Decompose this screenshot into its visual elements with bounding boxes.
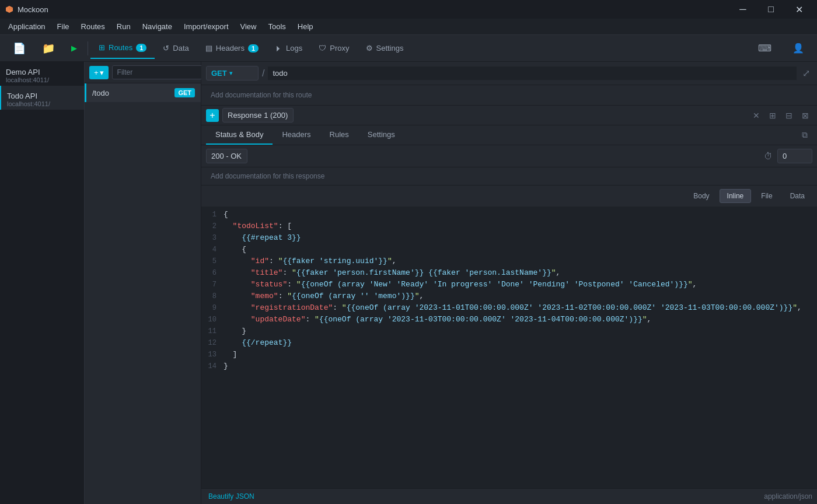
code-line-6: 6 "title": "{{faker 'person.firstName'}}… xyxy=(201,267,817,279)
title-bar: Mockoon ─ □ ✕ xyxy=(0,0,817,19)
menu-tools[interactable]: Tools xyxy=(262,20,291,33)
code-line-8: 8 "memo": "{{oneOf (array '' 'memo')}}", xyxy=(201,290,817,302)
response-action-random[interactable]: ⊠ xyxy=(798,109,812,122)
app-icon xyxy=(5,5,14,14)
beautify-button[interactable]: Beautify JSON xyxy=(206,491,257,502)
logs-icon: ⏵ xyxy=(275,44,282,52)
folder-icon: 📁 xyxy=(42,42,55,55)
headers-tab-button[interactable]: ▤ Headers 1 xyxy=(197,38,267,59)
add-route-button[interactable]: + ▾ xyxy=(89,66,109,79)
route-path: /todo xyxy=(92,89,174,97)
new-env-icon: 📄 xyxy=(13,42,26,55)
tab-rules[interactable]: Rules xyxy=(320,125,358,145)
response-action-flag[interactable]: ⊟ xyxy=(782,109,796,122)
sidebar-api-demo-url: localhost:4011/ xyxy=(6,76,78,83)
add-response-button[interactable]: + xyxy=(206,109,219,122)
play-icon: ▶ xyxy=(71,44,77,52)
response-action-x[interactable]: ✕ xyxy=(749,109,763,122)
menu-run[interactable]: Run xyxy=(111,20,137,33)
data-tab-button[interactable]: ↺ Data xyxy=(155,38,197,59)
body-type-inline[interactable]: Inline xyxy=(720,189,752,203)
headers-icon: ▤ xyxy=(205,44,212,52)
code-editor[interactable]: 1 { 2 "todoList": [ 3 {{#repeat 3}} 4 { … xyxy=(201,206,817,488)
terminal-button[interactable]: ⌨ xyxy=(750,38,780,59)
code-line-1: 1 { xyxy=(201,209,817,220)
routes-icon: ⊞ xyxy=(99,43,105,52)
latency-input[interactable] xyxy=(777,149,812,163)
menu-bar: Application File Routes Run Navigate Imp… xyxy=(0,19,817,35)
proxy-tab-button[interactable]: 🛡 Proxy xyxy=(310,38,357,59)
sidebar-api-demo[interactable]: Demo API localhost:4011/ xyxy=(0,62,84,86)
code-line-10: 10 "updateDate": "{{oneOf (array '2023-1… xyxy=(201,314,817,326)
code-line-14: 14 } xyxy=(201,360,817,372)
sidebar-api-demo-name: Demo API xyxy=(6,68,78,76)
body-type-file[interactable]: File xyxy=(753,189,780,203)
start-stop-button[interactable]: ▶ xyxy=(63,38,85,59)
url-expand-button[interactable]: ⤢ xyxy=(800,65,812,81)
proxy-icon: 🛡 xyxy=(319,44,326,52)
menu-application[interactable]: Application xyxy=(2,20,51,33)
body-type-body[interactable]: Body xyxy=(686,189,717,203)
terminal-icon: ⌨ xyxy=(758,43,771,54)
menu-view[interactable]: View xyxy=(235,20,263,33)
routes-badge: 1 xyxy=(136,44,146,52)
response-select[interactable]: Response 1 (200) xyxy=(222,108,294,123)
body-type-data[interactable]: Data xyxy=(783,189,812,203)
url-bar: GET / ⤢ xyxy=(201,62,817,85)
routes-tab-button[interactable]: ⊞ Routes 1 xyxy=(90,38,155,59)
main-layout: Demo API localhost:4011/ Todo API localh… xyxy=(0,62,817,504)
response-actions: ✕ ⊞ ⊟ ⊠ xyxy=(749,109,812,122)
url-path-input[interactable] xyxy=(268,66,797,80)
settings-tab-button[interactable]: ⚙ Settings xyxy=(358,38,412,59)
method-select[interactable]: GET xyxy=(206,66,259,80)
route-item[interactable]: /todo GET xyxy=(85,83,201,102)
plus-icon: + xyxy=(94,68,99,77)
content-type: application/json xyxy=(764,492,812,501)
code-line-3: 3 {{#repeat 3}} xyxy=(201,232,817,244)
new-env-button[interactable]: 📄 xyxy=(5,38,34,59)
sidebar-api-todo-url: localhost:4011/ xyxy=(7,100,78,107)
routes-header: + ▾ xyxy=(85,62,201,83)
status-code-select[interactable]: 200 - OK xyxy=(206,149,247,163)
response-action-copy[interactable]: ⊞ xyxy=(766,109,780,122)
tab-status-body[interactable]: Status & Body xyxy=(206,125,273,145)
sidebar-api-todo[interactable]: Todo API localhost:4011/ xyxy=(0,86,84,110)
code-line-7: 7 "status": "{{oneOf (array 'New' 'Ready… xyxy=(201,279,817,290)
menu-file[interactable]: File xyxy=(51,20,75,33)
copy-tab-button[interactable]: ⧉ xyxy=(797,128,812,142)
method-value: GET xyxy=(211,69,227,78)
headers-badge: 1 xyxy=(248,44,259,52)
body-toolbar: Body Inline File Data xyxy=(201,186,817,206)
sidebar: Demo API localhost:4011/ Todo API localh… xyxy=(0,62,85,504)
code-line-4: 4 { xyxy=(201,244,817,256)
code-line-9: 9 "registrationDate": "{{oneOf (array '2… xyxy=(201,302,817,314)
url-slash: / xyxy=(262,68,264,79)
route-doc-placeholder[interactable]: Add documentation for this route xyxy=(201,85,817,106)
close-button[interactable]: ✕ xyxy=(785,0,812,19)
maximize-button[interactable]: □ xyxy=(757,0,784,19)
menu-routes[interactable]: Routes xyxy=(75,20,111,33)
status-row: 200 - OK ⏱ xyxy=(201,145,817,167)
tab-settings[interactable]: Settings xyxy=(358,125,404,145)
menu-importexport[interactable]: Import/export xyxy=(178,20,235,33)
menu-navigate[interactable]: Navigate xyxy=(137,20,178,33)
code-line-12: 12 {{/repeat}} xyxy=(201,337,817,349)
response-doc-placeholder[interactable]: Add documentation for this response xyxy=(201,167,817,186)
response-bar: + Response 1 (200) ✕ ⊞ ⊟ ⊠ xyxy=(201,106,817,125)
dropdown-icon: ▾ xyxy=(100,68,104,77)
code-line-11: 11 } xyxy=(201,326,817,337)
account-button[interactable]: 👤 xyxy=(784,38,812,59)
code-line-13: 13 ] xyxy=(201,349,817,360)
minimize-button[interactable]: ─ xyxy=(729,0,756,19)
sidebar-api-todo-name: Todo API xyxy=(7,92,78,100)
filter-input[interactable] xyxy=(112,65,210,79)
logs-tab-button[interactable]: ⏵ Logs xyxy=(267,38,310,59)
data-icon: ↺ xyxy=(163,44,169,52)
menu-help[interactable]: Help xyxy=(292,20,319,33)
app-title: Mockoon xyxy=(18,5,48,14)
tab-headers[interactable]: Headers xyxy=(273,125,320,145)
latency-icon: ⏱ xyxy=(764,151,773,161)
open-env-button[interactable]: 📁 xyxy=(34,38,63,59)
editor-panel: GET / ⤢ Add documentation for this route… xyxy=(201,62,817,504)
toolbar: 📄 📁 ▶ ⊞ Routes 1 ↺ Data ▤ Headers 1 ⏵ Lo… xyxy=(0,35,817,62)
